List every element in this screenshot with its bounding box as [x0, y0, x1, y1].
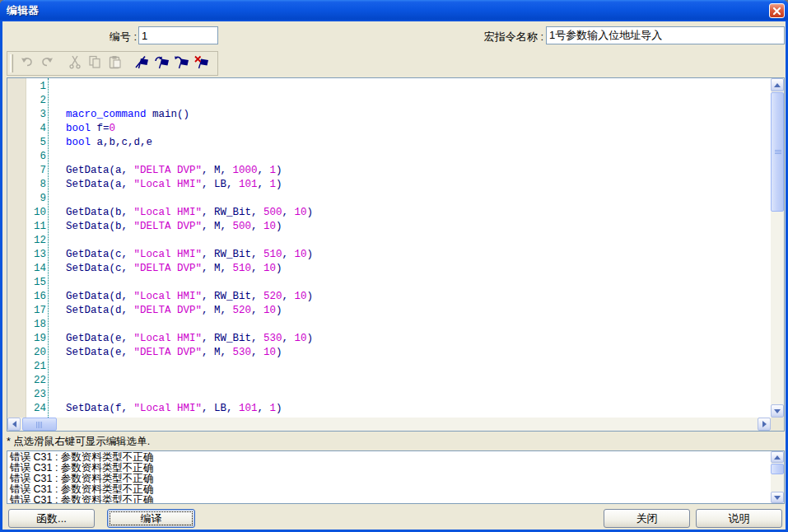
editor-window: 编辑器 编号 : 宏指令名称 : — [0, 0, 788, 532]
macro-name-label: 宏指令名称 : — [459, 30, 543, 44]
title-bar: 编辑器 — [0, 0, 788, 21]
code-line: 4bool f=0 — [7, 122, 771, 136]
code-line: 20SetData(e, "DELTA DVP", M, 530, 10) — [7, 346, 771, 360]
code-line: 16GetData(d, "Local HMI", RW_Bit, 520, 1… — [7, 290, 771, 304]
code-line: 2 — [7, 94, 771, 108]
editor-hscroll-thumb[interactable] — [22, 418, 57, 431]
close-dialog-button[interactable]: 关闭 — [604, 509, 690, 528]
line-number: 19 — [7, 332, 46, 346]
chevron-up-icon — [774, 455, 781, 460]
next-bookmark-button[interactable] — [152, 54, 172, 73]
chevron-right-icon — [762, 421, 767, 427]
clear-bookmarks-button[interactable] — [192, 54, 212, 73]
editor-horizontal-scrollbar[interactable] — [7, 418, 771, 431]
code-line: 6 — [7, 150, 771, 164]
redo-button — [37, 54, 57, 73]
copy-button — [85, 54, 105, 73]
line-number: 23 — [7, 388, 46, 402]
code-line: 8SetData(a, "Local HMI", LB, 101, 1) — [7, 178, 771, 192]
error-row[interactable]: 错误 C31 : 参数资料类型不正确 — [10, 495, 769, 503]
line-number: 1 — [7, 80, 46, 94]
line-number: 22 — [7, 374, 46, 388]
line-number: 12 — [7, 234, 46, 248]
close-button[interactable] — [769, 3, 785, 18]
functions-button[interactable]: 函数... — [8, 509, 95, 528]
number-label: 编号 : — [85, 30, 137, 44]
code-line: 3macro_command main() — [7, 108, 771, 122]
code-lines: 123macro_command main()4bool f=05bool a,… — [7, 80, 771, 416]
prev-bookmark-button[interactable] — [172, 54, 192, 73]
code-line: 18 — [7, 318, 771, 332]
line-number: 8 — [7, 178, 46, 192]
scroll-down-button[interactable] — [771, 404, 784, 418]
code-editor: 123macro_command main()4bool f=05bool a,… — [7, 77, 785, 432]
chevron-up-icon — [774, 83, 781, 87]
error-scroll-thumb[interactable] — [771, 464, 784, 474]
code-line: 17SetData(d, "DELTA DVP", M, 520, 10) — [7, 304, 771, 318]
code-line: 23 — [7, 388, 771, 402]
cut-button — [65, 54, 85, 73]
scroll-up-button[interactable] — [771, 78, 784, 91]
editor-vertical-scrollbar[interactable] — [771, 78, 784, 418]
line-number: 18 — [7, 318, 46, 332]
code-line: 1 — [7, 80, 771, 94]
undo-button — [17, 54, 37, 73]
help-button[interactable]: 说明 — [696, 509, 782, 528]
line-number: 24 — [7, 402, 46, 416]
toolbar-grip-handle[interactable] — [10, 54, 13, 72]
prev-bookmark-icon — [174, 55, 190, 72]
code-line: 9 — [7, 192, 771, 206]
code-line: 5bool a,b,c,d,e — [7, 136, 771, 150]
line-number: 2 — [7, 94, 46, 108]
code-line: 7GetData(a, "DELTA DVP", M, 1000, 1) — [7, 164, 771, 178]
macro-name-input[interactable] — [546, 26, 785, 44]
next-bookmark-icon — [154, 55, 170, 72]
cut-icon — [68, 55, 82, 72]
scroll-right-button[interactable] — [758, 418, 771, 431]
line-number: 9 — [7, 192, 46, 206]
code-line: 22 — [7, 374, 771, 388]
code-line: 10GetData(b, "Local HMI", RW_Bit, 500, 1… — [7, 206, 771, 220]
code-line: 15 — [7, 276, 771, 290]
undo-icon — [20, 55, 35, 72]
error-rows: 错误 C31 : 参数资料类型不正确错误 C31 : 参数资料类型不正确错误 C… — [7, 452, 769, 503]
redo-icon — [40, 55, 54, 72]
code-line: 14SetData(c, "DELTA DVP", M, 510, 10) — [7, 262, 771, 276]
compile-error-list[interactable]: 错误 C31 : 参数资料类型不正确错误 C31 : 参数资料类型不正确错误 C… — [7, 450, 785, 504]
line-number: 7 — [7, 164, 46, 178]
error-list-scrollbar[interactable] — [771, 451, 784, 503]
line-number: 20 — [7, 346, 46, 360]
code-line: 12 — [7, 234, 771, 248]
line-number: 21 — [7, 360, 46, 374]
editor-vscroll-thumb[interactable] — [771, 92, 784, 212]
scroll-left-button[interactable] — [7, 418, 21, 431]
scrollbar-corner — [771, 418, 784, 431]
line-number: 13 — [7, 248, 46, 262]
status-note: * 点选滑鼠右键可显示编辑选单. — [7, 435, 150, 449]
copy-icon — [88, 55, 102, 72]
code-line: 13GetData(c, "Local HMI", RW_Bit, 510, 1… — [7, 248, 771, 262]
error-scroll-up-button[interactable] — [771, 451, 784, 463]
line-number: 15 — [7, 276, 46, 290]
toggle-bookmark-button[interactable] — [133, 54, 152, 73]
chevron-down-icon — [774, 409, 781, 413]
chevron-down-icon — [774, 496, 781, 500]
editor-toolbar — [7, 51, 218, 76]
chevron-left-icon — [12, 421, 16, 427]
paste-button — [105, 54, 124, 73]
toggle-bookmark-icon — [134, 55, 151, 72]
line-number: 11 — [7, 220, 46, 234]
code-area[interactable]: 123macro_command main()4bool f=05bool a,… — [7, 78, 771, 418]
close-icon — [772, 7, 781, 16]
code-line: 19GetData(e, "Local HMI", RW_Bit, 530, 1… — [7, 332, 771, 346]
window-title: 编辑器 — [7, 3, 39, 18]
line-number: 17 — [7, 304, 46, 318]
line-number: 10 — [7, 206, 46, 220]
line-number: 16 — [7, 290, 46, 304]
line-number: 14 — [7, 262, 46, 276]
paste-icon — [108, 55, 122, 72]
error-scroll-down-button[interactable] — [771, 492, 784, 503]
macro-number-input[interactable] — [138, 26, 218, 44]
compile-button[interactable]: 编译 — [107, 509, 195, 528]
line-number: 6 — [7, 150, 46, 164]
